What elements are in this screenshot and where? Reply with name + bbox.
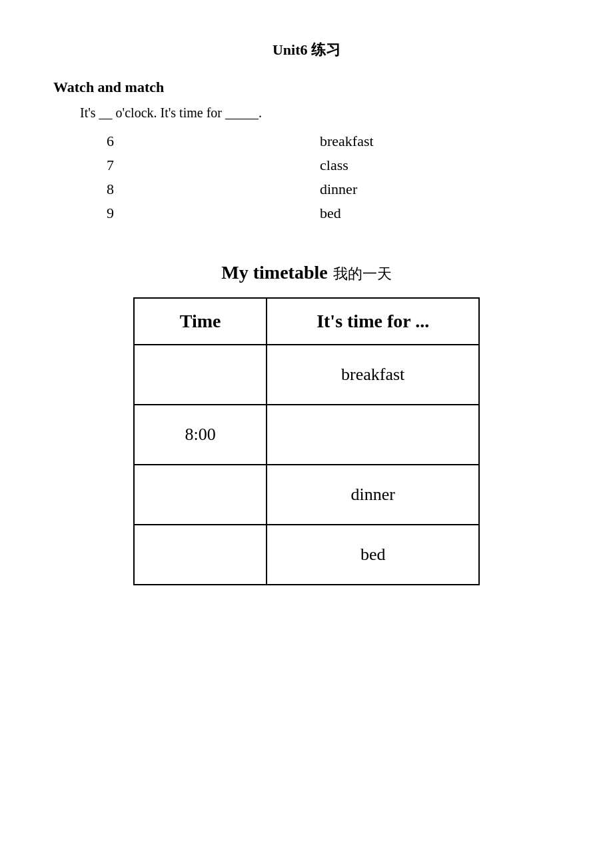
table-cell-time-2: 8:00 [134, 405, 267, 465]
timetable-title-zh: 我的一天 [333, 265, 392, 282]
table-cell-activity-1: breakfast [267, 345, 479, 405]
table-row: 8:00 [134, 405, 479, 465]
list-item: 8 dinner [107, 181, 560, 198]
table-cell-activity-3: dinner [267, 465, 479, 525]
table-cell-activity-4: bed [267, 525, 479, 585]
match-number-2: 7 [107, 157, 187, 174]
list-item: 6 breakfast [107, 133, 560, 150]
match-word-4: bed [320, 205, 341, 222]
timetable-title: My timetable我的一天 [53, 262, 560, 284]
section-label: Watch and match [53, 79, 560, 96]
list-item: 9 bed [107, 205, 560, 222]
match-number-1: 6 [107, 133, 187, 150]
col-header-time: Time [134, 298, 267, 345]
table-cell-time-1 [134, 345, 267, 405]
table-row: bed [134, 525, 479, 585]
page-title: Unit6 练习 [53, 40, 560, 60]
list-item: 7 class [107, 157, 560, 174]
match-word-2: class [320, 157, 348, 174]
instruction-line: It's __ o'clock. It's time for _____. [80, 105, 560, 121]
timetable: Time It's time for ... breakfast 8:00 di… [133, 297, 480, 585]
table-row: dinner [134, 465, 479, 525]
col-header-activity: It's time for ... [267, 298, 479, 345]
match-list: 6 breakfast 7 class 8 dinner 9 bed [107, 133, 560, 222]
match-word-3: dinner [320, 181, 357, 198]
timetable-title-en: My timetable [221, 262, 327, 283]
table-cell-time-4 [134, 525, 267, 585]
match-number-3: 8 [107, 181, 187, 198]
table-cell-time-3 [134, 465, 267, 525]
watch-and-match-section: Watch and match It's __ o'clock. It's ti… [53, 79, 560, 222]
match-number-4: 9 [107, 205, 187, 222]
match-word-1: breakfast [320, 133, 374, 150]
table-cell-activity-2 [267, 405, 479, 465]
table-header-row: Time It's time for ... [134, 298, 479, 345]
table-row: breakfast [134, 345, 479, 405]
timetable-wrapper: Time It's time for ... breakfast 8:00 di… [53, 297, 560, 585]
timetable-section: My timetable我的一天 Time It's time for ... … [53, 262, 560, 585]
